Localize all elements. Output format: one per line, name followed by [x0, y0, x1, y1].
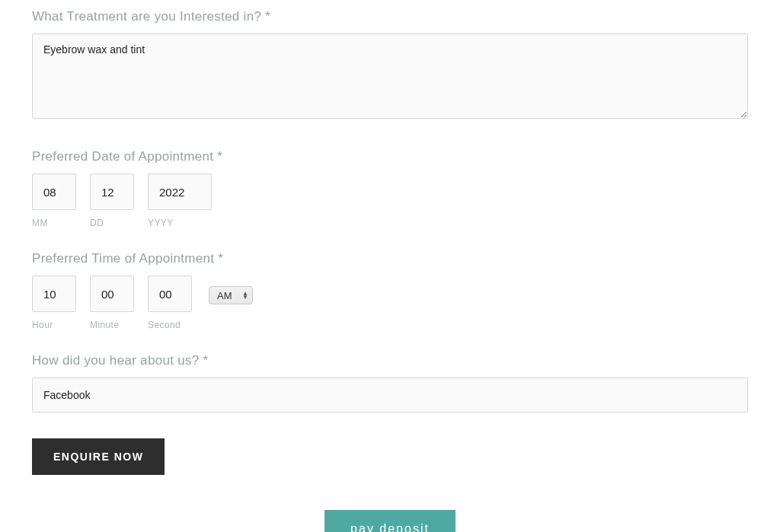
time-second-group: Second	[148, 276, 192, 330]
date-dd-input[interactable]	[90, 174, 134, 210]
time-hour-input[interactable]	[32, 276, 76, 312]
time-second-sublabel: Second	[148, 320, 181, 330]
date-mm-input[interactable]	[32, 174, 76, 210]
date-row: MM DD YYYY	[32, 174, 748, 228]
hear-label: How did you hear about us? *	[32, 353, 748, 368]
ampm-select[interactable]: AM	[209, 286, 253, 304]
time-hour-sublabel: Hour	[32, 320, 53, 330]
date-mm-group: MM	[32, 174, 76, 228]
date-yyyy-input[interactable]	[148, 174, 212, 210]
date-dd-group: DD	[90, 174, 134, 228]
date-label: Preferred Date of Appointment *	[32, 149, 748, 164]
treatment-textarea[interactable]: Eyebrow wax and tint	[32, 33, 748, 119]
time-minute-input[interactable]	[90, 276, 134, 312]
booking-form: What Treatment are you Interested in? * …	[0, 0, 780, 532]
time-second-input[interactable]	[148, 276, 192, 312]
pay-deposit-wrap: pay deposit	[32, 510, 748, 532]
ampm-container: AM ▲▼	[209, 286, 253, 304]
time-row: Hour Minute Second AM ▲▼	[32, 276, 748, 330]
date-mm-sublabel: MM	[32, 218, 76, 228]
date-dd-sublabel: DD	[90, 218, 134, 228]
date-yyyy-group: YYYY	[148, 174, 212, 228]
time-section: Preferred Time of Appointment * Hour Min…	[32, 251, 748, 330]
date-section: Preferred Date of Appointment * MM DD YY…	[32, 149, 748, 228]
hear-input[interactable]	[32, 377, 748, 413]
time-hour-group: Hour	[32, 276, 76, 330]
date-yyyy-sublabel: YYYY	[148, 218, 212, 228]
pay-deposit-button[interactable]: pay deposit	[324, 510, 456, 532]
treatment-label: What Treatment are you Interested in? *	[32, 9, 748, 24]
time-minute-group: Minute	[90, 276, 134, 330]
time-minute-sublabel: Minute	[90, 320, 119, 330]
enquire-button[interactable]: ENQUIRE NOW	[32, 438, 165, 475]
time-label: Preferred Time of Appointment *	[32, 251, 748, 266]
